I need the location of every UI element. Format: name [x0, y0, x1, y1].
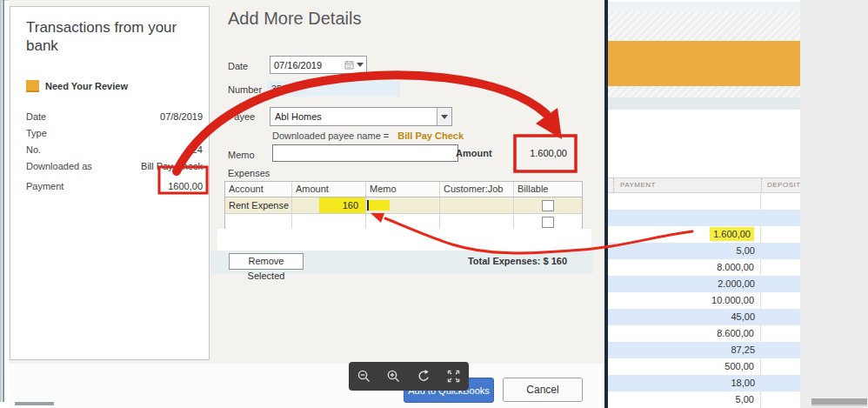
expenses-label: Expenses	[228, 168, 270, 178]
payment-cell[interactable]: 87,25	[608, 342, 761, 358]
field-label: No.	[26, 144, 41, 155]
cancel-button[interactable]: Cancel	[503, 378, 583, 402]
register-row[interactable]	[608, 193, 800, 210]
register-header: PAYMENT DEPOSIT	[608, 177, 800, 193]
payment-cell[interactable]: 45,00	[608, 309, 761, 325]
expenses-column-header[interactable]: Billable	[514, 182, 582, 197]
calendar-icon[interactable]	[344, 60, 354, 70]
payment-cell[interactable]: 5,00	[608, 243, 761, 259]
zoom-out-icon[interactable]	[356, 369, 371, 385]
payment-cell[interactable]: 8.000,00	[608, 259, 761, 276]
dropdown-arrow-icon[interactable]	[357, 63, 364, 67]
date-field[interactable]: 07/16/2019	[270, 56, 367, 74]
downloaded-payee-line: Downloaded payee name =Bill Pay Check	[272, 130, 464, 141]
billable-checkbox[interactable]	[542, 217, 554, 228]
payment-cell[interactable]	[608, 193, 761, 210]
register-row[interactable]: 500,00	[608, 358, 800, 375]
expenses-column-header[interactable]: Amount	[292, 182, 366, 197]
expense-row[interactable]: Rent Expense 160	[225, 197, 582, 214]
field-label: Type	[26, 128, 47, 138]
register-row[interactable]: 2.000,00	[608, 276, 800, 292]
field-value: Bill Pay Check	[141, 161, 203, 171]
scrollbar-fragment	[811, 398, 867, 406]
register-row[interactable]: 45,00	[608, 309, 800, 325]
amount-cell[interactable]	[292, 214, 366, 230]
need-your-review-status: Need Your Review	[26, 80, 128, 92]
payment-cell[interactable]: 5,00	[608, 391, 761, 408]
expenses-column-header[interactable]: Account	[225, 182, 292, 197]
transaction-field-row: No. 24	[26, 141, 203, 157]
field-value: 07/8/2019	[160, 111, 203, 122]
payee-dropdown[interactable]: Abl Homes	[270, 107, 452, 126]
deposit-column-header[interactable]: DEPOSIT	[761, 178, 800, 192]
expenses-table: AccountAmountMemoCustomer:JobBillable Re…	[224, 181, 583, 231]
deposit-cell[interactable]	[761, 391, 800, 408]
memo-cell[interactable]	[366, 214, 440, 230]
expenses-column-header[interactable]: Customer:Job	[440, 182, 514, 197]
deposit-cell[interactable]	[761, 375, 800, 391]
payment-cell[interactable]: 8.600,00	[608, 325, 761, 342]
register-row[interactable]: 10.000,00	[608, 292, 800, 309]
register-row[interactable]: 1.600,00	[608, 226, 800, 243]
billable-checkbox[interactable]	[542, 200, 554, 211]
deposit-cell[interactable]	[761, 292, 800, 309]
window-left-edge	[0, 0, 2, 402]
downloaded-payee-value: Bill Pay Check	[397, 130, 464, 141]
register-band	[608, 2, 800, 11]
date-label: Date	[228, 61, 248, 71]
transactions-panel-title: Transactions from your bank	[26, 18, 187, 55]
account-cell[interactable]: Rent Expense	[225, 197, 292, 213]
expenses-column-header[interactable]: Memo	[366, 182, 440, 197]
deposit-cell[interactable]	[761, 226, 800, 243]
deposit-cell[interactable]	[761, 276, 800, 292]
payment-cell[interactable]: 500,00	[608, 358, 761, 375]
downloaded-payee-label: Downloaded payee name =	[272, 130, 389, 141]
deposit-cell[interactable]	[761, 325, 800, 342]
register-row[interactable]: 8.600,00	[608, 325, 800, 342]
deposit-cell[interactable]	[761, 342, 800, 358]
register-row[interactable]	[608, 210, 800, 226]
deposit-cell[interactable]	[761, 193, 800, 210]
payment-cell[interactable]	[608, 210, 761, 226]
customer-job-cell[interactable]	[440, 197, 514, 213]
status-label: Need Your Review	[45, 81, 128, 91]
field-label: Date	[26, 111, 46, 122]
payment-cell[interactable]: 2.000,00	[608, 276, 761, 292]
deposit-cell[interactable]	[761, 210, 800, 226]
field-value: 24	[192, 144, 203, 155]
bank-register-panel: PAYMENT DEPOSIT 1.600,00 5,00 8.000,00	[608, 0, 800, 408]
account-cell[interactable]	[225, 214, 292, 230]
expense-row[interactable]	[225, 214, 582, 230]
memo-cell[interactable]	[366, 197, 440, 213]
register-row[interactable]: 5,00	[608, 391, 800, 408]
quickbooks-bank-feed-screen: Transactions from your bank Need Your Re…	[0, 0, 868, 408]
payment-column-header[interactable]: PAYMENT	[613, 178, 761, 192]
number-label: Number	[228, 84, 262, 95]
remove-selected-button[interactable]: Remove Selected	[229, 253, 304, 270]
fullscreen-icon[interactable]	[446, 369, 462, 385]
amount-cell[interactable]: 160	[292, 197, 366, 213]
payment-cell[interactable]: 1.600,00	[608, 226, 761, 243]
memo-input[interactable]	[272, 144, 458, 162]
register-row[interactable]: 87,25	[608, 342, 800, 358]
orange-square-icon	[26, 80, 39, 92]
deposit-cell[interactable]	[761, 309, 800, 325]
payee-label: Payee	[228, 111, 255, 122]
payment-cell[interactable]: 10.000,00	[608, 292, 761, 309]
outer-background	[800, 0, 868, 408]
zoom-in-icon[interactable]	[386, 369, 402, 385]
deposit-cell[interactable]	[761, 358, 800, 375]
expenses-spacer	[217, 229, 591, 251]
billable-cell	[514, 197, 582, 213]
customer-job-cell[interactable]	[440, 214, 514, 230]
field-value: 1600,00	[168, 181, 203, 191]
register-row[interactable]: 8.000,00	[608, 259, 800, 276]
register-row[interactable]: 18,00	[608, 375, 800, 391]
register-band	[608, 97, 800, 110]
payment-cell[interactable]: 18,00	[608, 375, 761, 391]
rotate-icon[interactable]	[416, 369, 431, 385]
register-row[interactable]: 5,00	[608, 243, 800, 259]
deposit-cell[interactable]	[761, 259, 800, 276]
field-label: Payment	[26, 181, 63, 191]
deposit-cell[interactable]	[761, 243, 800, 259]
